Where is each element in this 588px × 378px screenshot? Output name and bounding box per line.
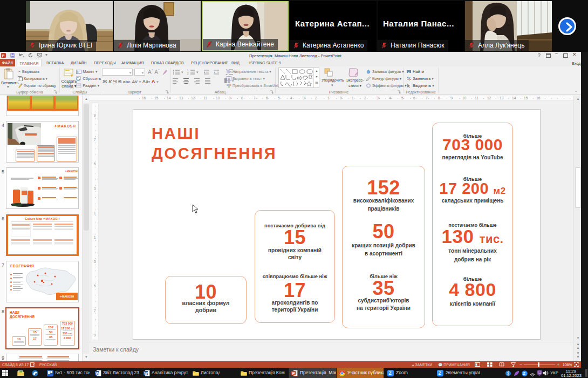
svg-text:▾: ▾: [196, 70, 199, 74]
svg-text:W: W: [144, 371, 148, 375]
svg-text:▾: ▾: [181, 70, 183, 74]
svg-text:Z: Z: [523, 371, 525, 376]
svg-text:W: W: [95, 371, 99, 375]
svg-text:1: 1: [187, 69, 189, 72]
svg-text:Z: Z: [438, 370, 441, 376]
svg-text:P: P: [2, 54, 5, 58]
svg-text:Z: Z: [388, 370, 391, 376]
svg-text:2: 2: [187, 72, 189, 75]
svg-text:P: P: [292, 370, 295, 375]
